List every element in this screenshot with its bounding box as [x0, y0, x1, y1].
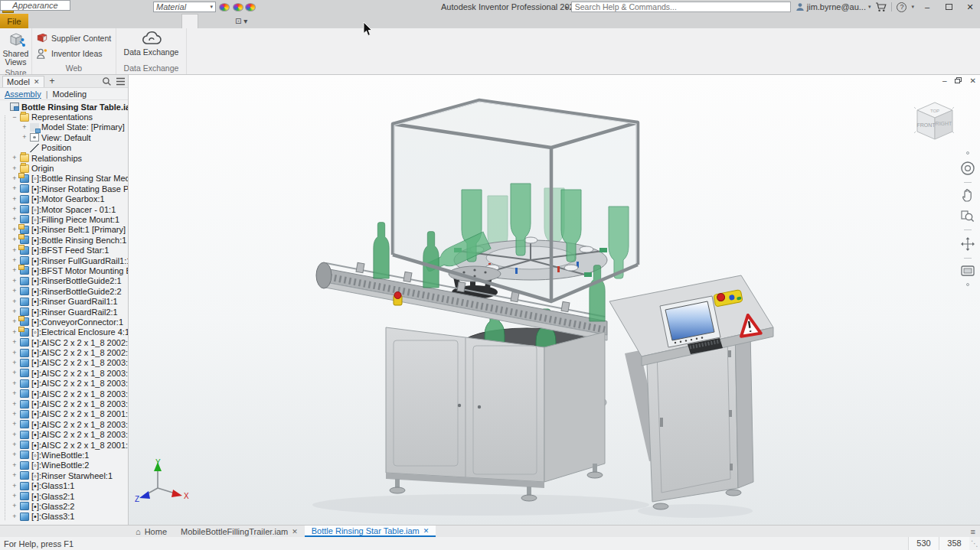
viewcube-right-label[interactable]: RIGHT	[936, 121, 953, 126]
maximize-button[interactable]	[940, 1, 957, 13]
appearance-combo[interactable]: Appearance ▾	[0, 0, 70, 11]
tree-item[interactable]: + [•]:BFST Motor Mounting Box:1	[0, 265, 128, 275]
tree-item[interactable]: Position	[0, 143, 128, 153]
expander-icon[interactable]: +	[11, 288, 18, 295]
store-cart-icon[interactable]	[875, 2, 887, 12]
expander-icon[interactable]: +	[11, 236, 18, 243]
doc-minimize-button[interactable]: –	[942, 76, 947, 85]
ribbon-overflow-icon[interactable]: ⊡ ▾	[229, 14, 253, 28]
orbit-icon[interactable]	[959, 236, 976, 252]
close-button[interactable]: ✕	[962, 1, 978, 13]
close-icon[interactable]: ✕	[292, 528, 298, 535]
appearance-wheel-icon[interactable]: ●	[219, 3, 230, 11]
machine-model[interactable]	[129, 75, 980, 525]
tree-item[interactable]: + [•]:AISC 2 x 2 x 1_8 2003:4	[0, 389, 128, 399]
tree-item[interactable]: + [•]:Rinser Rotating Base Plate:1	[0, 184, 128, 194]
expander-icon[interactable]: +	[11, 421, 18, 428]
ribbon-tab[interactable]	[198, 14, 214, 28]
tree-item[interactable]: Bottle Rinsing Star Table.iam	[0, 102, 128, 112]
expander-icon[interactable]: +	[11, 493, 18, 500]
expander-icon[interactable]: +	[11, 441, 18, 448]
expander-icon[interactable]: +	[11, 411, 18, 418]
color-wheel-icon[interactable]	[233, 3, 243, 11]
tree-item[interactable]: + [•]:Rinser GuardRail2:1	[0, 307, 128, 317]
tree-item[interactable]: + [◦]:WineBottle:2	[0, 461, 128, 470]
no-material-icon[interactable]	[139, 2, 150, 13]
tree-item[interactable]: + [•]:Glass2:2	[0, 501, 128, 511]
tree-item[interactable]: + [◦]:WineBottle:1	[0, 450, 128, 460]
tree-item[interactable]: + Relationships	[0, 153, 128, 163]
add-command-icon[interactable]	[270, 2, 280, 13]
expander-icon[interactable]: +	[11, 431, 18, 438]
tree-item[interactable]: + [•]:AISC 2 x 2 x 1_8 2003:3	[0, 379, 128, 389]
tree-item[interactable]: + [•]:AISC 2 x 2 x 1_8 2001:2	[0, 440, 128, 450]
expander-icon[interactable]: +	[11, 165, 18, 172]
material-combo[interactable]: Material ▾	[153, 2, 216, 12]
expander-icon[interactable]: +	[11, 298, 18, 305]
ribbon-tab[interactable]	[90, 14, 105, 28]
tree-item[interactable]: + [•]:AISC 2 x 2 x 1_8 2002:2	[0, 347, 128, 357]
project-icon[interactable]	[90, 2, 101, 13]
tree-item[interactable]: + [•]:Glass3:1	[0, 512, 128, 522]
document-tab[interactable]: ⌂ Home	[129, 526, 174, 537]
expander-icon[interactable]: +	[11, 503, 18, 509]
tree-item[interactable]: + [•]:Motor Gearbox:1	[0, 194, 128, 204]
tree-item[interactable]: + [•]:Rinser FullGuardRail1:1	[0, 255, 128, 265]
expander-icon[interactable]: +	[11, 472, 18, 479]
ribbon-tab[interactable]	[136, 14, 151, 28]
parameters-fx-icon[interactable]	[257, 2, 268, 13]
ribbon-tab[interactable]	[74, 14, 90, 28]
panel-web-label[interactable]: Web	[32, 63, 116, 74]
supplier-content-button[interactable]: Supplier Content	[36, 32, 111, 44]
tree-item[interactable]: + View: Default	[0, 132, 128, 142]
search-expand-icon[interactable]: ▸	[566, 4, 569, 11]
expander-icon[interactable]: +	[11, 360, 18, 366]
expander-icon[interactable]: +	[11, 175, 18, 182]
expander-icon[interactable]: +	[21, 124, 28, 131]
update-icon[interactable]	[103, 2, 113, 13]
resize-grip-icon[interactable]: ⋱	[969, 539, 980, 548]
document-tab[interactable]: Bottle Rinsing Star Table.iam ✕	[305, 526, 436, 537]
tree-item[interactable]: + [•]:AISC 2 x 2 x 1_8 2003:5	[0, 399, 128, 408]
tree-item[interactable]: + [◦]:Rinser Starwheel:1	[0, 470, 128, 480]
expander-icon[interactable]: +	[11, 329, 18, 336]
tree-item[interactable]: + Model State: [Primary]	[0, 122, 128, 132]
expander-icon[interactable]: +	[11, 513, 18, 520]
ribbon-tab[interactable]	[59, 14, 74, 28]
tree-item[interactable]: + [•]:BFST Feed Star:1	[0, 245, 128, 255]
expander-icon[interactable]: +	[11, 206, 18, 213]
viewport-3d[interactable]: – ✕	[129, 75, 980, 525]
tree-item[interactable]: + [•]:AISC 2 x 2 x 1_8 2001:1	[0, 409, 128, 419]
tree-item[interactable]: + [•]:Rinser Belt:1 [Primary]	[0, 225, 128, 235]
expander-icon[interactable]: +	[11, 318, 18, 325]
zoom-icon[interactable]	[960, 209, 975, 224]
mode-tab-modeling[interactable]: Modeling	[53, 89, 87, 99]
document-tab[interactable]: MobileBottleFillingTrailer.iam ✕	[174, 526, 305, 537]
tree-item[interactable]: + [•]:Glass1:1	[0, 480, 128, 490]
expander-icon[interactable]: +	[11, 380, 18, 387]
expander-icon[interactable]: +	[11, 247, 18, 254]
tree-item[interactable]: + [•]:AISC 2 x 2 x 1_8 2003:2	[0, 368, 128, 378]
help-icon[interactable]: ?	[897, 2, 906, 12]
browser-tab-model[interactable]: Model ✕	[2, 76, 44, 87]
ribbon-tab[interactable]	[44, 14, 59, 28]
expander-icon[interactable]: +	[11, 226, 18, 233]
close-icon[interactable]: ✕	[34, 78, 40, 86]
tree-item[interactable]: + Origin	[0, 163, 128, 173]
navigation-wheel-icon[interactable]	[959, 160, 976, 177]
expander-icon[interactable]: +	[21, 134, 28, 141]
tree-item[interactable]: + [•]:AISC 2 x 2 x 1_8 2002:1	[0, 337, 128, 347]
expander-icon[interactable]: +	[11, 339, 18, 346]
viewcube-top-label[interactable]: TOP	[930, 109, 939, 113]
look-at-icon[interactable]	[959, 264, 976, 278]
doc-restore-button[interactable]	[955, 77, 962, 84]
navbar-handle-icon[interactable]	[966, 151, 969, 155]
expander-icon[interactable]: +	[11, 278, 18, 285]
view-cube[interactable]: TOP FRONT RIGHT	[906, 96, 963, 153]
expander-icon[interactable]: +	[11, 155, 18, 161]
expander-icon[interactable]: +	[11, 350, 18, 356]
tree-item[interactable]: + [•]:Glass2:1	[0, 491, 128, 501]
expander-icon[interactable]: +	[11, 216, 18, 223]
toggle-green-icon[interactable]	[115, 2, 126, 13]
expander-icon[interactable]: +	[11, 390, 18, 397]
